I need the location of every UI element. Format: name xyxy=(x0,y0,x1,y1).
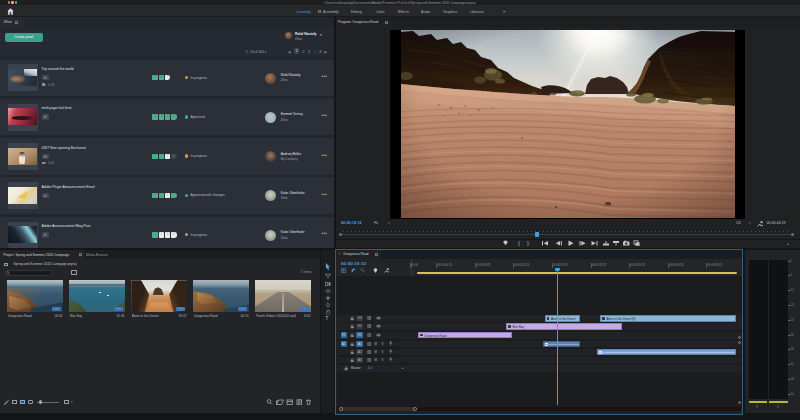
svg-text:}: } xyxy=(527,241,529,247)
svg-text:{: { xyxy=(518,241,520,247)
